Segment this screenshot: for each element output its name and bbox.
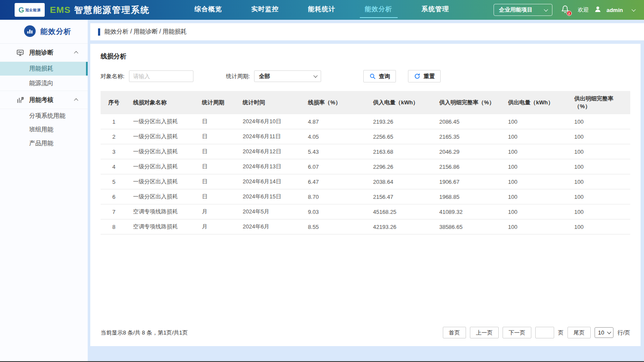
- table-cell: 2156.47: [367, 189, 433, 204]
- rows-per-page-label: 行/页: [617, 329, 630, 337]
- table-cell: 100: [568, 189, 630, 204]
- table-cell: 100: [568, 114, 630, 129]
- column-header: 线损率（%）: [302, 91, 367, 114]
- table-body: 1一级分区出入损耗日2024年6月10日4.872193.262086.4510…: [101, 114, 630, 234]
- table-cell: 100: [568, 144, 630, 159]
- project-selector-value: 企业用能项目: [499, 6, 533, 14]
- table-row: 5一级分区出入损耗日2024年6月14日6.472038.641906.6710…: [101, 174, 630, 189]
- tab-overview[interactable]: 综合概览: [190, 2, 227, 18]
- table-header-row: 序号 线损对象名称 统计周期 统计时间 线损率（%） 供入电量（kWh） 供入明…: [101, 91, 630, 114]
- table-row: 3一级分区出入损耗日2024年6月12日5.432163.682046.2910…: [101, 144, 630, 159]
- table-cell: 5: [101, 174, 127, 189]
- welcome-label: 欢迎: [578, 6, 589, 14]
- table-cell: 一级分区出入损耗: [127, 129, 196, 144]
- period-select-value: 全部: [259, 73, 270, 80]
- table-cell: 日: [196, 174, 237, 189]
- table-cell: 100: [568, 159, 630, 174]
- table-cell: 100: [502, 129, 568, 144]
- sidebar-item-team-energy[interactable]: 班组用能: [0, 123, 88, 137]
- table-cell: 8: [101, 219, 127, 234]
- table-cell: 2296.26: [367, 159, 433, 174]
- sidebar-item-product-energy[interactable]: 产品用能: [0, 137, 88, 150]
- table-cell: 2024年6月12日: [237, 144, 302, 159]
- table-cell: 月: [196, 204, 237, 219]
- page-number-input[interactable]: [535, 327, 554, 338]
- table-cell: 3: [101, 144, 127, 159]
- table-cell: 100: [502, 159, 568, 174]
- logo-company-name: 冠众能源: [25, 8, 41, 12]
- table-cell: 2163.68: [367, 144, 433, 159]
- sidebar-title: 能效分析: [40, 27, 71, 37]
- table-cell: 2256.65: [367, 129, 433, 144]
- table-row: 8空调专项线路损耗月2024年6月8.5542193.2638586.65100…: [101, 219, 630, 234]
- table-cell: 日: [196, 189, 237, 204]
- reset-button[interactable]: 重置: [408, 70, 441, 82]
- column-header: 供入电量（kWh）: [367, 91, 433, 114]
- column-header: 统计时间: [237, 91, 302, 114]
- table-cell: 2156.86: [433, 159, 502, 174]
- logo-g-mark: G: [18, 6, 24, 14]
- table-cell: 1906.67: [433, 174, 502, 189]
- column-header: 供出明细完整率（%）: [568, 91, 630, 114]
- tab-realtime-monitor[interactable]: 实时监控: [246, 2, 284, 18]
- refresh-icon: [414, 73, 420, 79]
- tab-system-management[interactable]: 系统管理: [417, 2, 454, 18]
- sidebar-group-diagnosis[interactable]: 用能诊断: [0, 44, 88, 62]
- table-cell: 空调专项线路损耗: [127, 219, 196, 234]
- brand-ems: EMS: [50, 5, 71, 15]
- period-select[interactable]: 全部: [254, 70, 321, 82]
- first-page-button[interactable]: 首页: [443, 327, 466, 338]
- table-row: 2一级分区出入损耗日2024年6月11日4.052256.652165.3510…: [101, 129, 630, 144]
- top-header: G 冠众能源 EMS 智慧能源管理系统 综合概览 实时监控 能耗统计 能效分析 …: [0, 0, 644, 20]
- object-name-input[interactable]: [129, 70, 193, 82]
- column-header: 统计周期: [196, 91, 237, 114]
- table-row: 1一级分区出入损耗日2024年6月10日4.872193.262086.4510…: [101, 114, 630, 129]
- table-cell: 2024年6月15日: [237, 189, 302, 204]
- table-cell: 2: [101, 129, 127, 144]
- tab-efficiency-analysis[interactable]: 能效分析: [360, 2, 398, 18]
- sidebar-item-energy-loss[interactable]: 用能损耗: [0, 62, 88, 76]
- chevron-down-icon: [313, 73, 318, 78]
- username-label[interactable]: admin: [607, 7, 623, 13]
- notification-bell[interactable]: 2: [561, 5, 569, 15]
- last-page-button[interactable]: 尾页: [567, 327, 591, 338]
- module-badge-icon: [24, 25, 36, 38]
- table-cell: 2046.29: [433, 144, 502, 159]
- page-frame: 能效分析 用能诊断 用能损耗 能源流向: [0, 20, 644, 361]
- period-label: 统计周期:: [226, 73, 250, 80]
- table-cell: 日: [196, 144, 237, 159]
- next-page-button[interactable]: 下一页: [503, 327, 531, 338]
- page-size-select[interactable]: 10: [595, 327, 613, 338]
- page-title: 线损分析: [101, 52, 630, 61]
- sidebar-group-assessment[interactable]: 用能考核: [0, 91, 88, 109]
- table-row: 7空调专项线路损耗月2024年5月9.0345168.2541089.32100…: [101, 204, 630, 219]
- sidebar-item-energy-flow[interactable]: 能源流向: [0, 76, 88, 91]
- table-cell: 100: [568, 219, 630, 234]
- user-menu-chevron-icon[interactable]: [632, 7, 636, 12]
- page-size-value: 10: [598, 329, 604, 336]
- query-button-label: 查询: [379, 73, 390, 80]
- line-loss-table: 序号 线损对象名称 统计周期 统计时间 线损率（%） 供入电量（kWh） 供入明…: [101, 91, 630, 234]
- table-cell: 100: [568, 204, 630, 219]
- chevron-up-icon: [74, 51, 78, 55]
- table-cell: 8.55: [302, 219, 367, 234]
- table-cell: 一级分区出入损耗: [127, 144, 196, 159]
- table-cell: 5.43: [302, 144, 367, 159]
- pagination-summary: 当前显示8 条/共 8 条，第1页/共1页: [101, 329, 188, 337]
- content-card: 线损分析 对象名称: 统计周期: 全部 查询: [90, 44, 641, 346]
- table-cell: 一级分区出入损耗: [127, 114, 196, 129]
- query-button[interactable]: 查询: [363, 70, 396, 82]
- prev-page-button[interactable]: 上一页: [470, 327, 499, 338]
- table-row: 4一级分区出入损耗日2024年6月13日6.072296.262156.8610…: [101, 159, 630, 174]
- sidebar-item-subsystem-energy[interactable]: 分项系统用能: [0, 109, 88, 123]
- column-header: 供出电量（kWh）: [502, 91, 568, 114]
- table-cell: 2024年5月: [237, 204, 302, 219]
- pagination-controls: 首页 上一页 下一页 页 尾页 10 行/页: [443, 327, 630, 338]
- project-selector[interactable]: 企业用能项目: [494, 4, 552, 16]
- user-avatar-icon: [594, 6, 601, 14]
- table-cell: 38586.65: [433, 219, 502, 234]
- tab-energy-statistics[interactable]: 能耗统计: [303, 2, 341, 18]
- sidebar-group-label: 用能考核: [29, 96, 53, 104]
- table-cell: 100: [502, 204, 568, 219]
- table-cell: 一级分区出入损耗: [127, 189, 196, 204]
